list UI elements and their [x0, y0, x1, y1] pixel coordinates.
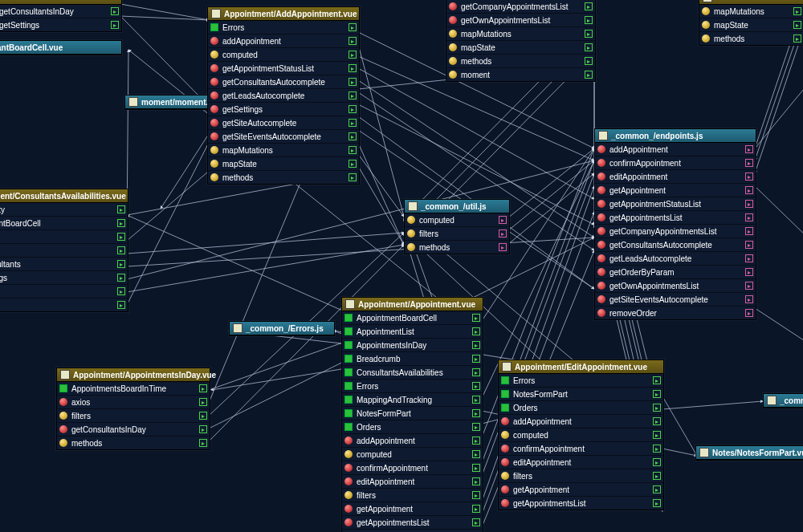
out-port[interactable] [653, 485, 661, 493]
member-row[interactable]: getAppointmentsList [595, 211, 756, 225]
member-row[interactable]: confirmAppointment [342, 461, 483, 475]
module-node[interactable]: Appointment/Appointment.vueAppointmentBo… [341, 297, 483, 532]
out-port[interactable] [111, 7, 119, 15]
member-row[interactable]: getSiteEventsAutocomplete [595, 293, 756, 307]
out-port[interactable] [117, 246, 125, 254]
member-row[interactable]: filters [499, 469, 663, 483]
out-port[interactable] [793, 35, 801, 43]
out-port[interactable] [472, 518, 480, 526]
out-port[interactable] [472, 491, 480, 499]
module-node[interactable]: ppointment/ConsultantsAvailabilities.vue… [0, 189, 128, 312]
out-port[interactable] [472, 314, 480, 322]
module-node[interactable]: getConsultantsInDaygetSettings [0, 0, 122, 32]
member-row[interactable]: getConsultantsInDay [0, 5, 121, 18]
out-port[interactable] [653, 376, 661, 384]
out-port[interactable] [472, 341, 480, 349]
out-port-alt[interactable] [745, 145, 753, 153]
out-port[interactable] [472, 477, 480, 485]
module-header[interactable]: Notes/NotesFormPart.vue [696, 446, 803, 460]
member-row[interactable]: mapState [699, 18, 803, 32]
out-port[interactable] [472, 464, 480, 472]
out-port-alt[interactable] [745, 186, 753, 194]
module-node[interactable]: …ent/ConsultantBoardCell.vue [0, 40, 122, 55]
out-port[interactable] [653, 445, 661, 453]
module-node[interactable]: _common_/endpoints.jsaddAppointmentconfi… [594, 128, 756, 320]
out-port-alt[interactable] [745, 268, 753, 276]
out-port[interactable] [117, 301, 125, 309]
member-row[interactable]: confirmAppointment [499, 442, 663, 456]
out-port[interactable] [199, 412, 207, 420]
out-port[interactable] [349, 105, 357, 113]
member-row[interactable]: filters [342, 489, 483, 502]
member-row[interactable]: getAppointment [499, 483, 663, 497]
out-port[interactable] [349, 78, 357, 86]
member-row[interactable]: getOwnAppointmentsList [446, 14, 595, 27]
member-row[interactable]: addAppointment [595, 143, 756, 156]
out-port[interactable] [472, 423, 480, 431]
member-row[interactable]: filters [405, 227, 509, 241]
module-node[interactable]: _common_/util.jscomputedfiltersmethods [404, 199, 510, 254]
member-row[interactable]: axios [0, 230, 128, 244]
out-port[interactable] [199, 398, 207, 406]
member-row[interactable]: AppointmentList [342, 325, 483, 339]
out-port[interactable] [349, 23, 357, 31]
member-row[interactable]: moment [0, 298, 128, 311]
out-port[interactable] [199, 439, 207, 447]
member-row[interactable]: NotesFormPart [499, 388, 663, 401]
out-port[interactable] [117, 205, 125, 213]
out-port[interactable] [585, 16, 593, 24]
module-node[interactable]: _common_… [763, 393, 803, 408]
out-port[interactable] [349, 119, 357, 127]
member-row[interactable]: methods [699, 32, 803, 45]
out-port[interactable] [585, 43, 593, 51]
out-port[interactable] [117, 287, 125, 295]
member-row[interactable]: mapState [208, 157, 359, 171]
module-node[interactable]: _common_/Errors.js [229, 321, 335, 336]
member-row[interactable]: NotesFormPart [342, 407, 483, 420]
out-port-alt[interactable] [745, 282, 753, 290]
out-port[interactable] [653, 417, 661, 425]
member-row[interactable]: Orders [499, 401, 663, 415]
out-port-alt[interactable] [745, 227, 753, 235]
out-port[interactable] [111, 21, 119, 29]
out-port-alt[interactable] [745, 241, 753, 249]
member-row[interactable]: getSiteEventsAutocomplete [208, 130, 359, 144]
out-port[interactable] [585, 57, 593, 65]
module-header[interactable]: Appointment/AppointmentsInDay.vue [57, 368, 210, 382]
member-row[interactable]: computed [208, 48, 359, 62]
member-row[interactable]: getAppointmentsList [342, 516, 483, 530]
member-row[interactable]: Errors [208, 21, 359, 35]
member-row[interactable]: getSiteAutocomplete [208, 116, 359, 130]
member-row[interactable]: Orders [342, 420, 483, 434]
member-row[interactable]: methods [446, 55, 595, 68]
out-port[interactable] [349, 51, 357, 59]
out-port[interactable] [199, 384, 207, 392]
out-port[interactable] [472, 355, 480, 363]
out-port[interactable] [653, 472, 661, 480]
module-header[interactable]: _common_… [764, 394, 803, 408]
module-header[interactable]: Appointment/Appointment.vue [342, 298, 483, 311]
member-row[interactable]: getCompanyAppointmentsList [446, 0, 595, 14]
member-row[interactable]: moment [446, 68, 595, 81]
member-row[interactable]: filters [0, 244, 128, 258]
out-port-alt[interactable] [745, 213, 753, 221]
out-port-alt[interactable] [745, 200, 753, 208]
out-port[interactable] [472, 409, 480, 417]
module-node[interactable]: Notes/NotesFormPart.vue [695, 445, 803, 461]
out-port[interactable] [793, 21, 801, 29]
out-port[interactable] [653, 390, 661, 398]
member-row[interactable]: mapState [446, 41, 595, 55]
member-row[interactable]: ConsultantBoardCell [0, 217, 128, 230]
out-port[interactable] [117, 219, 125, 227]
member-row[interactable]: Errors [342, 380, 483, 393]
member-row[interactable]: AppointmentsInDay [342, 339, 483, 352]
member-row[interactable]: getConsultantsInDay [57, 423, 210, 437]
member-row[interactable]: getAppointmentsList [499, 497, 663, 510]
member-row[interactable]: editAppointment [342, 475, 483, 489]
member-row[interactable]: getLeadsAutocomplete [595, 252, 756, 266]
member-row[interactable]: getAppointmentStatusList [595, 197, 756, 211]
out-port[interactable] [472, 382, 480, 390]
out-port[interactable] [349, 173, 357, 181]
member-row[interactable]: getAppointmentStatusList [208, 62, 359, 75]
member-row[interactable]: getSettings [0, 18, 121, 31]
